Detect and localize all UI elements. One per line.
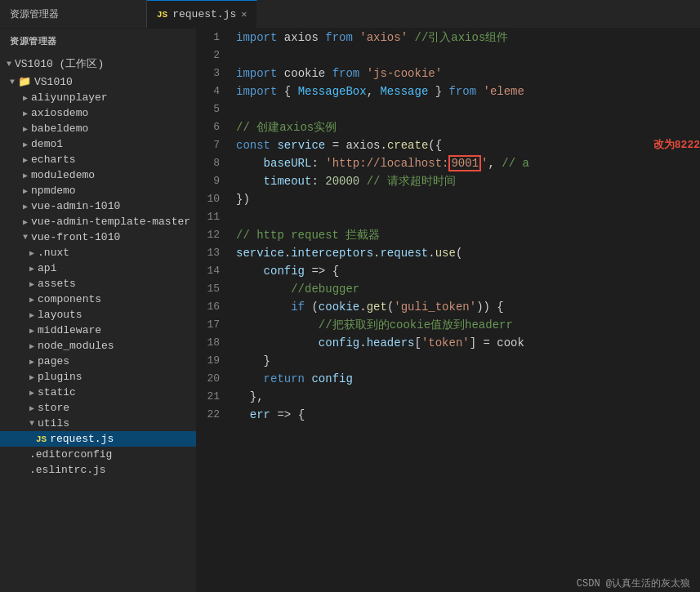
chevron [23,186,28,196]
sidebar-header: 资源管理器 [0,29,196,54]
tab-filename: request.js [172,8,236,20]
workspace-chevron [7,60,11,69]
code-line-19: 19 } [196,352,700,370]
item-label: utils [38,417,69,430]
item-label: assets [38,278,76,290]
sidebar-item-axiosdemo[interactable]: axiosdemo [0,105,196,121]
sidebar-item-assets[interactable]: assets [0,276,196,292]
line-num: 14 [196,262,233,280]
line-content: err => { [233,406,700,424]
line-num: 20 [196,370,233,388]
sidebar-item-vs1010[interactable]: 📁 VS1010 [0,73,196,90]
item-label: babeldemo [31,122,88,135]
chevron [23,217,28,227]
chevron [29,341,34,351]
code-line-3: 3 import cookie from 'js-cookie' [196,65,700,82]
code-line-12: 12 // http request 拦截器 [196,226,700,244]
sidebar-item-pages[interactable]: pages [0,354,196,369]
item-label: static [38,386,76,398]
sidebar-item-store[interactable]: store [0,400,196,416]
top-bar: 资源管理器 JS request.js ✕ [0,0,700,29]
line-num: 1 [196,29,233,47]
sidebar-item-nuxt[interactable]: .nuxt [0,245,196,260]
item-label: pages [38,355,69,367]
sidebar-item-vue-admin-1010[interactable]: vue-admin-1010 [0,198,196,214]
window-title: 资源管理器 [0,0,147,28]
sidebar: 资源管理器 VS1010 (工作区) 📁 VS1010 aliyunplayer… [0,29,196,592]
tab-close-button[interactable]: ✕ [241,8,247,20]
sidebar-item-echarts[interactable]: echarts [0,152,196,167]
item-label: .editorconfig [29,448,112,461]
chevron [23,93,28,103]
line-content: //debugger [233,280,700,298]
chevron [29,357,34,367]
js-icon: JS [157,10,167,20]
sidebar-item-npmdemo[interactable]: npmdemo [0,183,196,198]
code-area[interactable]: 1 import axios from 'axios' //引入axios组件 … [196,29,700,575]
item-label: request.js [50,433,114,445]
sidebar-item-middleware[interactable]: middleware [0,323,196,338]
tab-request-js[interactable]: JS request.js ✕ [147,0,257,28]
code-line-21: 21 }, [196,388,700,406]
sidebar-item-editorconfig[interactable]: .editorconfig [0,447,196,462]
sidebar-item-plugins[interactable]: plugins [0,369,196,385]
chevron [29,295,34,305]
chevron [23,140,28,149]
chevron [29,403,34,413]
folder-icon: 📁 [18,75,31,88]
chevron [23,202,28,211]
line-num: 22 [196,406,233,424]
line-content: timeout: 20000 // 请求超时时间 [233,172,700,190]
sidebar-item-utils[interactable]: utils [0,416,196,431]
workspace-header[interactable]: VS1010 (工作区) [0,54,196,73]
line-content: } [233,352,700,370]
sidebar-item-demo1[interactable]: demo1 [0,136,196,152]
code-line-6: 6 // 创建axios实例 [196,118,700,136]
line-content: if (cookie.get('guli_token')) { [233,298,700,316]
code-line-5: 5 [196,100,700,118]
code-line-15: 15 //debugger [196,280,700,298]
js-file-icon: JS [36,434,47,444]
code-line-4: 4 import { MessageBox, Message } from 'e… [196,82,700,100]
tab-bar: JS request.js ✕ [147,0,700,28]
line-content: //把获取到的cookie值放到headerr [233,316,700,334]
code-editor[interactable]: 1 import axios from 'axios' //引入axios组件 … [196,29,700,592]
item-label: api [38,262,56,274]
item-label: layouts [38,309,82,321]
sidebar-item-layouts[interactable]: layouts [0,307,196,323]
sidebar-item-moduledemo[interactable]: moduledemo [0,167,196,183]
line-content: baseURL: 'http://localhost:9001', // a [233,154,700,172]
chevron [23,155,28,165]
code-line-2: 2 [196,47,700,65]
vs1010-chevron [10,78,15,87]
sidebar-item-vue-admin-template[interactable]: vue-admin-template-master [0,214,196,229]
folder-label: VS1010 [34,76,73,88]
sidebar-item-vue-front-1010[interactable]: vue-front-1010 [0,229,196,245]
sidebar-item-components[interactable]: components [0,292,196,307]
sidebar-item-aliyunplayer[interactable]: aliyunplayer [0,90,196,105]
sidebar-item-babeldemo[interactable]: babeldemo [0,121,196,136]
code-line-7: 7 const service = axios.create({ 改为8222 [196,136,700,154]
line-content [233,208,700,226]
item-label: demo1 [31,138,63,150]
sidebar-item-request-js[interactable]: JS request.js [0,431,196,447]
sidebar-item-static[interactable]: static [0,385,196,400]
sidebar-item-api[interactable]: api [0,260,196,276]
sidebar-item-node-modules[interactable]: node_modules [0,338,196,354]
sidebar-item-eslintrc[interactable]: .eslintrc.js [0,462,196,478]
item-label: vue-admin-1010 [31,200,120,212]
code-line-13: 13 service.interceptors.request.use( [196,244,700,262]
line-content: config => { [233,262,700,280]
code-line-11: 11 [196,208,700,226]
line-num: 8 [196,154,233,172]
chevron [23,171,28,180]
item-label: vue-admin-template-master [31,216,190,228]
code-line-9: 9 timeout: 20000 // 请求超时时间 [196,172,700,190]
chevron [29,310,34,320]
line-content: import axios from 'axios' //引入axios组件 [233,29,700,47]
line-num: 13 [196,244,233,262]
code-line-16: 16 if (cookie.get('guli_token')) { [196,298,700,316]
chevron [23,124,28,134]
line-num: 12 [196,226,233,244]
item-label: .nuxt [38,247,69,259]
